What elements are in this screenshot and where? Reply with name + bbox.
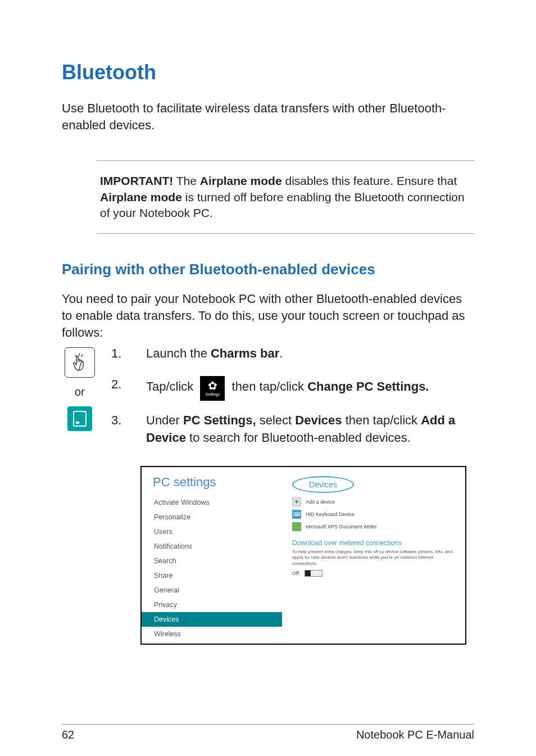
step3-bold2: Devices: [295, 413, 342, 427]
step2-pre: Tap/click: [146, 379, 197, 393]
page-number: 62: [62, 728, 74, 741]
ss-nav-item: Wireless: [153, 627, 282, 641]
ss-nav-item: Ease of Access: [153, 641, 282, 645]
note-label: IMPORTANT!: [100, 174, 173, 187]
subsection-title: Pairing with other Bluetooth-enabled dev…: [62, 261, 474, 278]
gear-icon: ✿: [208, 380, 217, 391]
metered-toggle-row: Off: [292, 570, 456, 577]
plus-icon: +: [292, 497, 301, 506]
step1-bold: Charms bar: [211, 346, 279, 360]
device-row-1: ⌨ HID Keyboard Device: [292, 510, 456, 519]
intro-paragraph: Use Bluetooth to facilitate wireless dat…: [62, 100, 474, 133]
device-2-label: Microsoft XPS Document Writer: [306, 524, 377, 529]
ss-nav-item: General: [153, 583, 282, 597]
ss-nav-item: Share: [153, 568, 282, 583]
ss-left-nav: PC settings Activate WindowsPersonalizeU…: [142, 467, 282, 644]
step3-pre: Under: [146, 413, 183, 427]
keyboard-icon: ⌨: [292, 510, 301, 519]
or-label: or: [75, 386, 85, 399]
doc-title-footer: Notebook PC E-Manual: [356, 728, 474, 741]
settings-charm-label: Settings: [206, 392, 220, 397]
note-bold-2: Airplane mode: [100, 191, 182, 203]
input-method-column: or: [62, 345, 98, 460]
pairing-intro: You need to pair your Notebook PC with o…: [62, 291, 474, 341]
ss-nav-item: Activate Windows: [153, 495, 282, 510]
footer-divider: [62, 724, 474, 725]
step-1: Launch the Charms bar.: [111, 345, 474, 363]
step3-post: to search for Bluetooth-enabled devices.: [186, 431, 411, 445]
add-device-label: Add a device: [306, 499, 335, 505]
step2-bold: Change PC Settings.: [307, 379, 429, 393]
download-desc: To help prevent extra charges, keep this…: [292, 549, 456, 567]
ss-nav-item: Privacy: [153, 597, 282, 612]
step3-bold1: PC Settings,: [183, 413, 256, 427]
ss-right-panel: Devices + Add a device ⌨ HID Keyboard De…: [282, 467, 465, 644]
step3-mid1: select: [256, 413, 296, 427]
step1-pre: Launch the: [146, 346, 211, 360]
note-text-mid: disables this feature. Ensure that: [282, 174, 457, 187]
toggle-label: Off: [292, 571, 299, 576]
step2-mid: then tap/click: [232, 379, 308, 393]
step1-post: .: [279, 346, 283, 360]
toggle-off: [305, 570, 322, 577]
touchpad-icon: [67, 406, 92, 431]
touch-hand-icon: [65, 347, 95, 378]
device-1-label: HID Keyboard Device: [306, 511, 355, 517]
add-device-row: + Add a device: [292, 497, 456, 506]
download-heading: Download over metered connections: [292, 539, 456, 547]
pc-settings-screenshot: PC settings Activate WindowsPersonalizeU…: [140, 466, 466, 645]
step-3: Under PC Settings, select Devices then t…: [111, 412, 474, 447]
ss-nav-item: Personalize: [153, 510, 282, 524]
section-title: Bluetooth: [62, 61, 474, 84]
ss-nav-item: Users: [153, 524, 282, 539]
devices-callout: Devices: [292, 476, 354, 493]
ss-nav-item: Search: [153, 554, 282, 568]
settings-charm-icon: ✿ Settings: [200, 376, 225, 401]
step-2: Tap/click ✿ Settings then tap/click Chan…: [111, 376, 474, 399]
ss-nav-item: Notifications: [153, 539, 282, 554]
printer-icon: [292, 522, 301, 531]
ss-title: PC settings: [153, 475, 282, 490]
note-bold-1: Airplane mode: [200, 174, 282, 187]
ss-nav-item: Devices: [142, 612, 293, 627]
note-text-pre: The: [173, 174, 199, 187]
step3-mid2: then tap/click: [342, 413, 421, 427]
important-note: IMPORTANT! The Airplane mode disables th…: [97, 160, 474, 234]
device-row-2: Microsoft XPS Document Writer: [292, 522, 456, 531]
